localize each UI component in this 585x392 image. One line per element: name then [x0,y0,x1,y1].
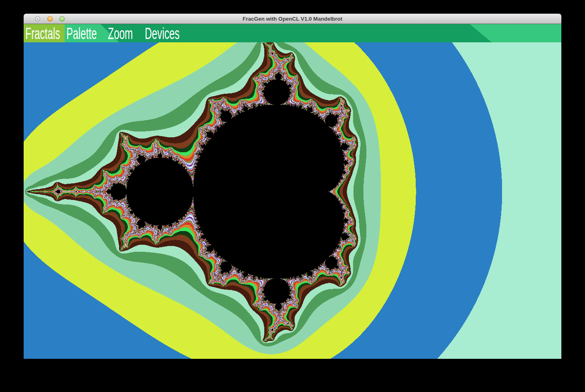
fractal-canvas[interactable] [24,24,561,359]
menu-item-devices[interactable]: Devices [145,24,180,42]
menu-item-fractals[interactable]: Fractals [25,24,60,42]
menu-bar: Fractals Palette Zoom Devices [24,24,561,42]
desktop-background: FracGen with OpenCL V1.0 Mandelbrot Frac… [0,0,585,392]
menu-item-zoom[interactable]: Zoom [108,24,133,42]
app-window: FracGen with OpenCL V1.0 Mandelbrot Frac… [24,14,561,359]
menu-item-palette[interactable]: Palette [66,24,97,42]
window-title: FracGen with OpenCL V1.0 Mandelbrot [24,14,561,24]
title-bar[interactable]: FracGen with OpenCL V1.0 Mandelbrot [24,14,561,24]
